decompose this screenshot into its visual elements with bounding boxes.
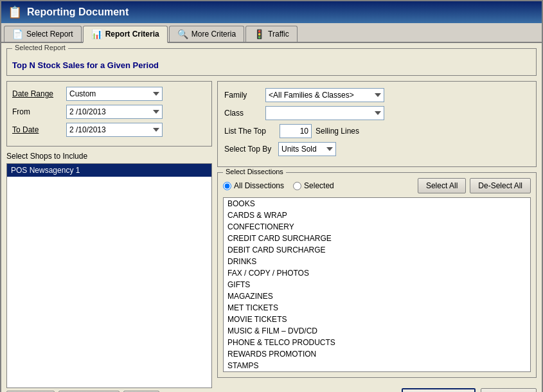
content-area: Selected Report Top N Stock Sales for a … [1, 43, 542, 392]
tab-report-criteria[interactable]: 📊 Report Criteria [83, 26, 168, 43]
criteria-section: Family <All Families & Classes> Class Li… [217, 81, 537, 167]
list-item[interactable]: REWARDS PROMOTION [224, 348, 530, 360]
tab-more-criteria-icon: 🔍 [177, 29, 188, 39]
right-panel: Family <All Families & Classes> Class Li… [217, 81, 537, 392]
list-item[interactable]: CREDIT CARD SURCHARGE [224, 233, 530, 244]
shops-list[interactable]: POS Newsagency 1 [6, 163, 212, 388]
selected-radio[interactable] [293, 182, 301, 190]
tab-more-criteria-label: More Criteria [191, 30, 236, 39]
tab-traffic-label: Traffic [268, 30, 289, 39]
tab-select-report-icon: 📄 [12, 29, 23, 39]
class-select[interactable] [265, 106, 384, 120]
shop-item[interactable]: POS Newsagency 1 [7, 164, 211, 177]
left-panel: Date Range Custom From 2 /10/2013 To Dat… [6, 81, 212, 392]
list-item[interactable]: MAGAZINES [224, 290, 530, 302]
select-top-by-row: Select Top By Units Sold Dollar Sales Pr… [224, 142, 530, 156]
tab-bar: 📄 Select Report 📊 Report Criteria 🔍 More… [1, 23, 542, 43]
selected-report-label: Selected Report [12, 44, 68, 51]
list-item[interactable]: DRINKS [224, 256, 530, 267]
main-layout: Date Range Custom From 2 /10/2013 To Dat… [6, 81, 537, 392]
top-by-select[interactable]: Units Sold Dollar Sales Profit [278, 142, 336, 156]
dissection-btn-group: Select All De-Select All [418, 178, 531, 193]
shops-section: Select Shops to Include POS Newsagency 1… [6, 152, 212, 392]
dissection-controls: All Dissections Selected Select All De-S… [223, 178, 531, 193]
all-dissections-radio[interactable] [223, 182, 231, 190]
list-item[interactable]: CONFECTIONERY [224, 221, 530, 233]
list-item[interactable]: BOOKS [224, 198, 530, 209]
window-title: Reporting Document [27, 6, 129, 18]
date-range-select[interactable]: Custom [66, 87, 163, 101]
shops-section-label: Select Shops to Include [6, 152, 212, 161]
dissections-section: Select Dissections All Dissections Selec… [217, 172, 537, 378]
family-select[interactable]: <All Families & Classes> [265, 88, 384, 102]
to-date-label: To Date [12, 125, 64, 134]
report-title: Top N Stock Sales for a Given Period [12, 60, 531, 70]
list-top-row: List The Top Selling Lines [224, 124, 530, 138]
list-item[interactable]: FAX / COPY / PHOTOS [224, 267, 530, 279]
to-date-select[interactable]: 2 /10/2013 [66, 123, 163, 137]
list-top-input[interactable] [280, 124, 312, 138]
dissections-select-all-button[interactable]: Select All [418, 178, 466, 193]
from-label: From [12, 107, 64, 116]
selected-radio-label[interactable]: Selected [293, 181, 334, 190]
dissections-label: Select Dissections [223, 168, 286, 175]
from-date-select[interactable]: 2 /10/2013 [66, 105, 163, 119]
title-bar: 📋 Reporting Document [1, 1, 542, 23]
view-report-button[interactable]: 🖨 View Report [402, 388, 475, 392]
list-item[interactable]: CARDS & WRAP [224, 209, 530, 221]
tab-traffic[interactable]: 🚦 Traffic [245, 26, 298, 42]
list-item[interactable]: STAMPS [224, 360, 530, 371]
class-label: Class [224, 109, 263, 118]
selling-lines-label: Selling Lines [316, 127, 359, 136]
tab-traffic-icon: 🚦 [254, 29, 265, 39]
cancel-button[interactable]: ⛔ Cancel [481, 388, 537, 392]
selected-report-section: Selected Report Top N Stock Sales for a … [6, 48, 537, 76]
to-date-row: To Date 2 /10/2013 [12, 123, 206, 137]
tab-report-criteria-icon: 📊 [91, 29, 102, 39]
tab-report-criteria-label: Report Criteria [105, 30, 159, 39]
family-row: Family <All Families & Classes> [224, 88, 530, 102]
list-item[interactable]: MUSIC & FILM – DVD/CD [224, 325, 530, 337]
tab-select-report[interactable]: 📄 Select Report [4, 26, 82, 42]
select-top-by-label: Select Top By [224, 145, 276, 154]
window-icon: 📋 [8, 5, 22, 19]
action-buttons: 🖨 View Report ⛔ Cancel [217, 388, 537, 392]
date-range-row: Date Range Custom [12, 87, 206, 101]
from-row: From 2 /10/2013 [12, 105, 206, 119]
date-range-label: Date Range [12, 89, 64, 98]
tab-select-report-label: Select Report [26, 30, 73, 39]
all-dissections-radio-label[interactable]: All Dissections [223, 181, 284, 190]
all-dissections-label: All Dissections [234, 181, 284, 190]
list-item[interactable]: GIFTS [224, 279, 530, 290]
family-label: Family [224, 91, 263, 100]
class-row: Class [224, 106, 530, 120]
selected-label: Selected [304, 181, 334, 190]
list-item[interactable]: PHONE & TELCO PRODUCTS [224, 337, 530, 348]
dissections-deselect-all-button[interactable]: De-Select All [470, 178, 531, 193]
dissection-radio-group: All Dissections Selected [223, 181, 334, 190]
dissections-list[interactable]: BOOKS CARDS & WRAP CONFECTIONERY CREDIT … [223, 197, 531, 372]
list-item[interactable]: DEBIT CARD SURCHARGE [224, 244, 530, 256]
list-item[interactable]: MET TICKETS [224, 302, 530, 314]
date-range-section: Date Range Custom From 2 /10/2013 To Dat… [6, 81, 212, 147]
tab-more-criteria[interactable]: 🔍 More Criteria [169, 26, 244, 42]
list-top-label: List The Top [224, 127, 276, 136]
list-item[interactable]: MOVIE TICKETS [224, 314, 530, 325]
